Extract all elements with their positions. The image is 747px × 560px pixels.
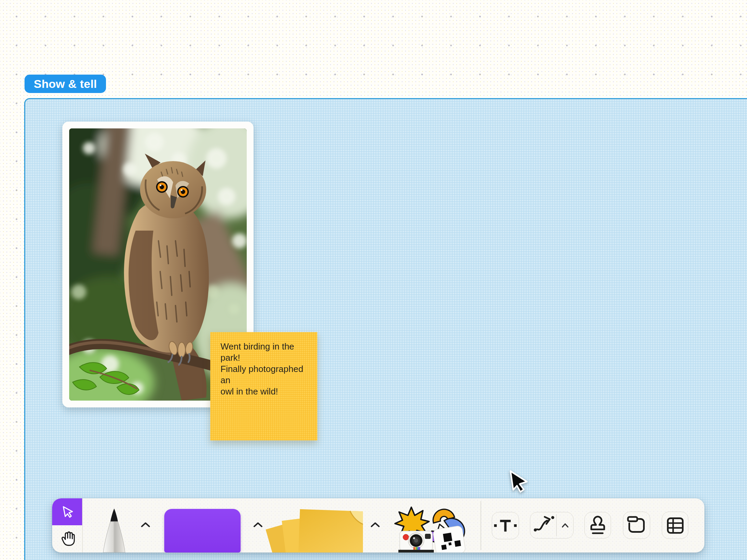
shape-options-chevron-icon[interactable] [253,522,263,528]
stamp-icon [585,512,611,539]
stamp-tool-button[interactable] [584,512,611,539]
marker-options-chevron-icon[interactable] [140,522,151,528]
sticky-note[interactable]: Went birding in the park! Finally photog… [210,332,317,440]
sticky-options-chevron-icon[interactable] [370,522,380,528]
sticky-note-text: Went birding in the park! Finally photog… [220,341,309,397]
section-tool-button[interactable] [623,512,650,539]
select-cursor-icon [60,504,75,519]
sticky-line-2: Finally photographed an [220,363,309,386]
sticky-line-1: Went birding in the park! [220,341,309,363]
camera-sticker-icon [398,531,434,553]
table-icon [662,512,688,539]
connector-tool-button[interactable] [530,512,574,539]
section-icon [623,512,650,539]
figjam-canvas[interactable]: Show & tell [0,0,747,560]
hand-icon [58,530,76,548]
toolbar [52,498,704,553]
toolbar-divider [82,498,83,553]
connector-icon [530,512,573,539]
table-tool-button[interactable] [662,512,688,539]
select-tool-button[interactable] [52,498,82,525]
mouse-cursor-icon [509,470,529,494]
connector-options-chevron-icon[interactable] [563,524,568,527]
pixel-sticker-icon [433,526,466,553]
shape-tool-button[interactable] [164,509,241,553]
sticky-note-tool-button[interactable] [263,508,363,553]
marker-tip [110,509,118,522]
stickers-tool-button[interactable] [394,507,467,553]
text-icon [492,512,519,539]
marker-tool-button[interactable] [98,508,130,553]
section-label[interactable]: Show & tell [25,75,106,93]
text-tool-button[interactable] [492,512,519,539]
hand-tool-button[interactable] [52,525,82,553]
toolbar-divider [481,501,481,550]
sticky-line-3: owl in the wild! [220,386,309,397]
